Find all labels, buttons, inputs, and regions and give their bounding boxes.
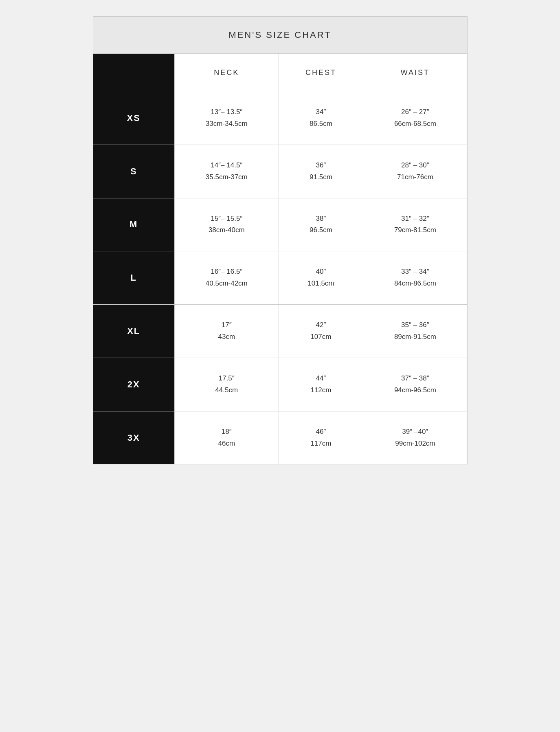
size-label-cell: L xyxy=(93,251,175,305)
table-row: S14″– 14.5″35.5cm-37cm36″91.5cm28″ – 30″… xyxy=(93,145,467,198)
size-label-cell: M xyxy=(93,198,175,251)
table-row: XS13″– 13.5″33cm-34.5cm34″86.5cm26″ – 27… xyxy=(93,92,467,145)
table-row: L16″– 16.5″40.5cm-42cm40″101.5cm33″ – 34… xyxy=(93,251,467,305)
neck-cell: 15″– 15.5″38cm-40cm xyxy=(175,198,279,251)
table-header-row: NECK CHEST WAIST xyxy=(93,54,467,92)
waist-cell: 28″ – 30″71cm-76cm xyxy=(363,145,467,198)
size-label-cell: 2X xyxy=(93,358,175,411)
waist-cell: 33″ – 34″84cm-86.5cm xyxy=(363,251,467,305)
size-label-cell: 3X xyxy=(93,411,175,464)
neck-cell: 18″46cm xyxy=(175,411,279,464)
chart-title-row: MEN'S SIZE CHART xyxy=(93,17,467,54)
header-neck: NECK xyxy=(175,54,279,92)
chest-cell: 42″107cm xyxy=(279,305,363,358)
chest-cell: 38″96.5cm xyxy=(279,198,363,251)
chest-cell: 36″91.5cm xyxy=(279,145,363,198)
chest-cell: 44″112cm xyxy=(279,358,363,411)
size-label-cell: XS xyxy=(93,92,175,145)
size-label-cell: XL xyxy=(93,305,175,358)
neck-cell: 16″– 16.5″40.5cm-42cm xyxy=(175,251,279,305)
chest-cell: 46″117cm xyxy=(279,411,363,464)
waist-cell: 37″ – 38″94cm-96.5cm xyxy=(363,358,467,411)
neck-cell: 17.5″44.5cm xyxy=(175,358,279,411)
waist-cell: 26″ – 27″66cm-68.5cm xyxy=(363,92,467,145)
header-size-cell xyxy=(93,54,175,92)
neck-cell: 13″– 13.5″33cm-34.5cm xyxy=(175,92,279,145)
header-chest: CHEST xyxy=(279,54,363,92)
chest-cell: 40″101.5cm xyxy=(279,251,363,305)
table-row: M15″– 15.5″38cm-40cm38″96.5cm31″ – 32″79… xyxy=(93,198,467,251)
size-label-cell: S xyxy=(93,145,175,198)
neck-cell: 17″43cm xyxy=(175,305,279,358)
neck-cell: 14″– 14.5″35.5cm-37cm xyxy=(175,145,279,198)
chart-title: MEN'S SIZE CHART xyxy=(228,30,331,40)
table-row: 3X18″46cm46″117cm39″ –40″99cm-102cm xyxy=(93,411,467,464)
size-table: NECK CHEST WAIST XS13″– 13.5″33cm-34.5cm… xyxy=(93,54,467,464)
size-chart: MEN'S SIZE CHART NECK CHEST WAIST XS13″–… xyxy=(93,16,468,464)
waist-cell: 35″ – 36″89cm-91.5cm xyxy=(363,305,467,358)
table-row: 2X17.5″44.5cm44″112cm37″ – 38″94cm-96.5c… xyxy=(93,358,467,411)
waist-cell: 31″ – 32″79cm-81.5cm xyxy=(363,198,467,251)
chest-cell: 34″86.5cm xyxy=(279,92,363,145)
table-row: XL17″43cm42″107cm35″ – 36″89cm-91.5cm xyxy=(93,305,467,358)
header-waist: WAIST xyxy=(363,54,467,92)
waist-cell: 39″ –40″99cm-102cm xyxy=(363,411,467,464)
